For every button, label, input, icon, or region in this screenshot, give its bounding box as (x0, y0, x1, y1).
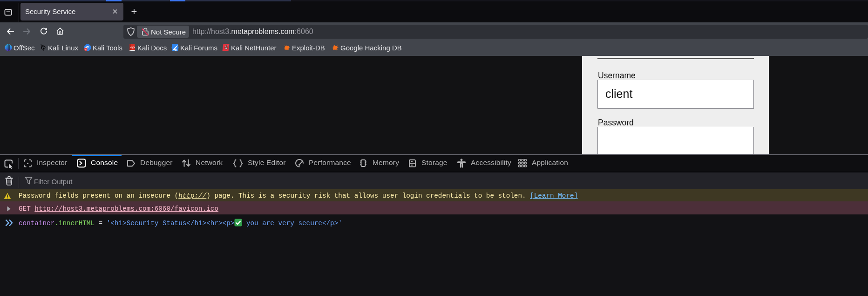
svg-text:</>: </> (130, 46, 135, 49)
